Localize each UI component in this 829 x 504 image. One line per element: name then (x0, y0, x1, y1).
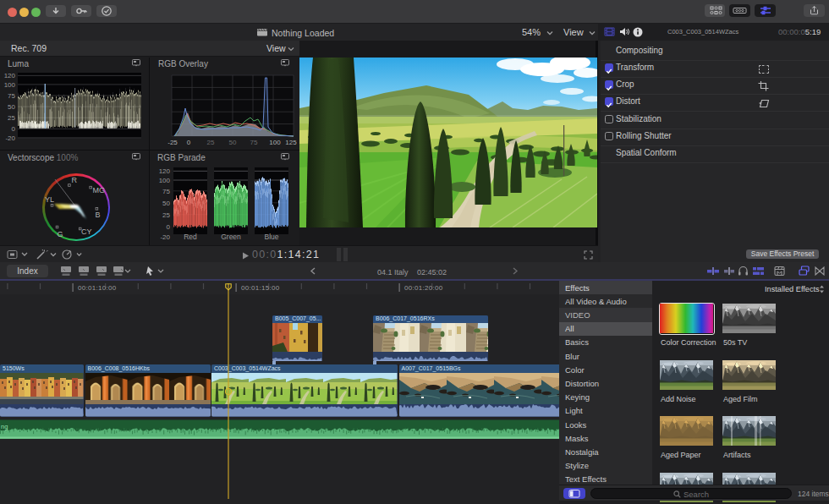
svg-text:25: 25 (8, 114, 15, 122)
svg-text:-25: -25 (167, 139, 178, 146)
svg-text:100: 100 (269, 139, 281, 146)
svg-text:50: 50 (8, 103, 15, 111)
svg-text:-20: -20 (160, 233, 170, 241)
svg-text:75: 75 (8, 92, 15, 100)
svg-text:G: G (58, 230, 63, 238)
svg-text:-20: -20 (5, 134, 15, 142)
svg-text:25: 25 (207, 139, 215, 146)
svg-text:75: 75 (162, 188, 170, 195)
svg-text:100: 100 (159, 177, 171, 184)
svg-text:120: 120 (159, 167, 171, 175)
svg-text:Blue: Blue (264, 233, 278, 241)
svg-text:100: 100 (4, 81, 16, 89)
svg-text:0: 0 (167, 223, 171, 231)
svg-text:25: 25 (162, 211, 170, 219)
svg-text:YL: YL (45, 195, 54, 204)
svg-text:R: R (72, 176, 78, 184)
svg-text:75: 75 (250, 139, 258, 146)
svg-text:Red: Red (184, 233, 197, 241)
svg-text:50: 50 (162, 200, 170, 207)
svg-text:CY: CY (81, 227, 92, 236)
svg-text:Green: Green (221, 233, 241, 241)
svg-text:0: 0 (187, 139, 191, 146)
svg-text:MG: MG (93, 186, 106, 194)
svg-text:0: 0 (12, 125, 16, 133)
svg-text:50: 50 (229, 139, 237, 146)
svg-text:120: 120 (4, 72, 16, 79)
svg-text:B: B (96, 211, 101, 219)
svg-text:125: 125 (285, 139, 297, 146)
